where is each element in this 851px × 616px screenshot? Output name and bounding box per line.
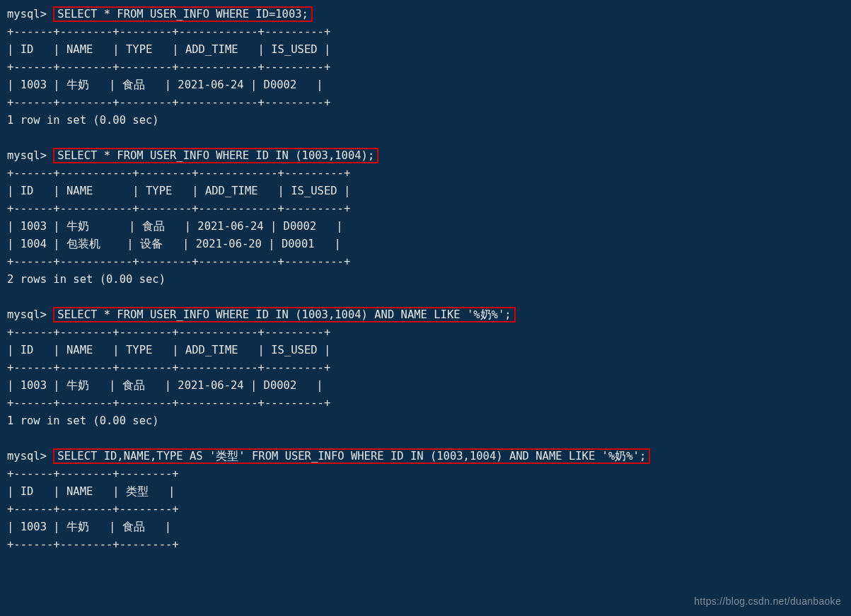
mysql-prompt: mysql> [7,308,47,321]
table-border: +------+--------+--------+------------+-… [7,397,330,409]
watermark: https://blog.csdn.net/duanbaoke [694,593,841,610]
sql-query-4[interactable]: SELECT ID,NAME,TYPE AS '类型' FROM USER_IN… [53,448,650,464]
table-header: | ID | NAME | TYPE | ADD_TIME | IS_USED … [7,344,330,356]
sql-query-3[interactable]: SELECT * FROM USER_INFO WHERE ID IN (100… [53,307,515,322]
table-row: | 1003 | 牛奶 | 食品 | 2021-06-24 | D0002 | [7,220,343,233]
table-border: +------+-----------+--------+-----------… [7,255,350,268]
table-row: | 1004 | 包装机 | 设备 | 2021-06-20 | D0001 | [7,238,341,250]
table-border: +------+--------+--------+------------+-… [7,25,330,38]
table-header: | ID | NAME | 类型 | [7,485,175,498]
table-border: +------+--------+--------+ [7,503,179,516]
table-header: | ID | NAME | TYPE | ADD_TIME | IS_USED … [7,185,350,197]
sql-query-2[interactable]: SELECT * FROM USER_INFO WHERE ID IN (100… [53,148,378,163]
terminal-output: mysql> SELECT * FROM USER_INFO WHERE ID=… [0,0,851,561]
table-border: +------+-----------+--------+-----------… [7,167,350,180]
table-border: +------+--------+--------+------------+-… [7,361,330,374]
table-header: | ID | NAME | TYPE | ADD_TIME | IS_USED … [7,43,330,56]
result-footer: 1 row in set (0.00 sec) [7,114,159,127]
mysql-prompt: mysql> [7,8,47,21]
table-row: | 1003 | 牛奶 | 食品 | 2021-06-24 | D0002 | [7,79,323,91]
table-border: +------+--------+--------+------------+-… [7,96,330,109]
table-border: +------+-----------+--------+-----------… [7,202,350,215]
mysql-prompt: mysql> [7,450,47,463]
result-footer: 2 rows in set (0.00 sec) [7,273,166,286]
table-border: +------+--------+--------+------------+-… [7,61,330,74]
mysql-prompt: mysql> [7,149,47,162]
sql-query-1[interactable]: SELECT * FROM USER_INFO WHERE ID=1003; [53,6,313,22]
table-border: +------+--------+--------+ [7,538,179,551]
table-row: | 1003 | 牛奶 | 食品 | 2021-06-24 | D0002 | [7,379,323,392]
table-border: +------+--------+--------+------------+-… [7,326,330,339]
result-footer: 1 row in set (0.00 sec) [7,414,159,427]
table-border: +------+--------+--------+ [7,467,179,480]
table-row: | 1003 | 牛奶 | 食品 | [7,521,171,533]
